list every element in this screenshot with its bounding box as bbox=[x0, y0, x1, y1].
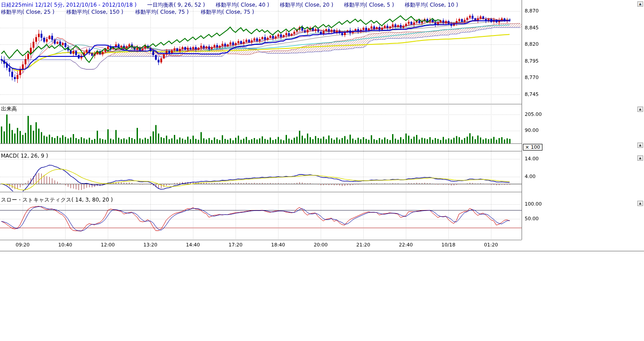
scroll-up-button-stochastics[interactable]: ▲ bbox=[637, 201, 643, 206]
macd-pane-label: MACD( 12, 26, 9 ) bbox=[1, 153, 48, 159]
indicator-label-ma5: 移動平均( Close, 5 ) bbox=[344, 1, 394, 9]
indicator-label-ma25: 移動平均( Close, 25 ) bbox=[1, 8, 55, 16]
indicator-label-ma75-b: 移動平均( Close, 75 ) bbox=[200, 8, 254, 16]
chart-header-row2: 移動平均( Close, 25 ) 移動平均( Close, 150 ) 移動平… bbox=[1, 8, 254, 16]
volume-multiplier-badge: × 100 bbox=[523, 144, 542, 151]
indicator-label-ichimoku: 一目均衡表( 9, 26, 52 ) bbox=[147, 1, 205, 9]
stochastics-pane-label: スロー・ストキャスティクス( 14, 3, 80, 20 ) bbox=[1, 196, 113, 204]
indicator-label-ma150: 移動平均( Close, 150 ) bbox=[67, 8, 123, 16]
indicator-label-ma20: 移動平均( Close, 20 ) bbox=[280, 1, 334, 9]
indicator-label-ma10: 移動平均( Close, 10 ) bbox=[404, 1, 458, 9]
scroll-up-button-scale[interactable]: ▲ bbox=[637, 143, 643, 148]
scroll-up-button-macd[interactable]: ▲ bbox=[637, 155, 643, 161]
chart-canvas[interactable] bbox=[0, 0, 644, 253]
volume-pane-label: 出来高 bbox=[1, 105, 17, 113]
chart-title: 日経225mini 12/12( 5分, 2012/10/16 - 2012/1… bbox=[1, 1, 137, 9]
chart-header-row1: 日経225mini 12/12( 5分, 2012/10/16 - 2012/1… bbox=[1, 1, 458, 9]
chart-application-window: 日経225mini 12/12( 5分, 2012/10/16 - 2012/1… bbox=[0, 0, 644, 341]
scroll-up-button-volume[interactable]: ▲ bbox=[637, 107, 643, 112]
indicator-label-ma40: 移動平均( Close, 40 ) bbox=[216, 1, 269, 9]
scroll-up-button-price[interactable]: ▲ bbox=[637, 1, 643, 7]
indicator-label-ma75-a: 移動平均( Close, 75 ) bbox=[135, 8, 189, 16]
